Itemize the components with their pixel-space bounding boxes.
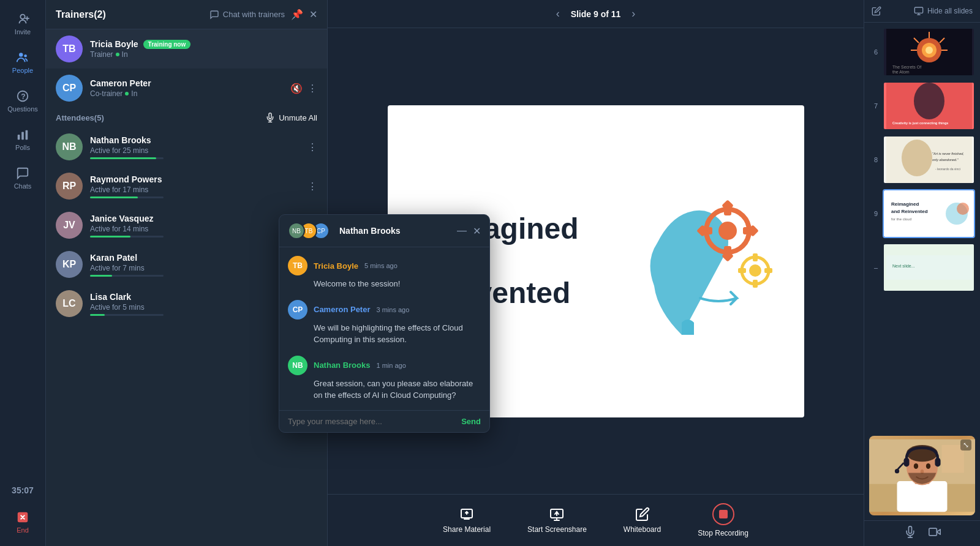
svg-text:only abandoned.": only abandoned.": [932, 158, 959, 162]
svg-text:for the cloud: for the cloud: [891, 217, 911, 221]
lisa-info: Lisa Clark Active for 5 mins: [90, 292, 300, 316]
start-screenshare-button[interactable]: Start Screenshare: [527, 507, 587, 534]
slide-num-10: –: [869, 264, 878, 271]
svg-rect-58: [897, 481, 948, 512]
svg-rect-24: [764, 268, 772, 273]
camera-toggle-button[interactable]: [929, 526, 941, 541]
janice-name: Janice Vasquez: [90, 214, 300, 223]
slide-thumb-6[interactable]: The Secrets Of the Atom: [883, 28, 975, 77]
stop-recording-icon: [712, 503, 734, 525]
msg-header-nathan: NB Nathan Brooks 1 min ago: [288, 356, 481, 375]
msg-header-tricia: TB Tricia Boyle 5 mins ago: [288, 256, 481, 275]
slide-thumb-row-8: 8 "Art is never finished, only abandoned…: [869, 135, 975, 184]
svg-point-31: [925, 47, 933, 54]
tricia-sub: Trainer In: [90, 50, 317, 59]
svg-text:Creativity is just connecting : Creativity is just connecting things: [892, 121, 948, 125]
svg-rect-23: [738, 268, 746, 273]
msg-text-cameron: We will be highlighting the effects of C…: [288, 322, 481, 346]
cameron-name: Cameron Peter: [90, 78, 283, 88]
nathan-name: Nathan Brooks: [90, 135, 300, 145]
slide-counter: Slide 9 of 11: [571, 9, 621, 19]
share-material-icon: [459, 507, 474, 522]
chat-avatar-1: NB: [288, 222, 305, 239]
svg-text:- leonardo da vinci: - leonardo da vinci: [935, 167, 960, 171]
hide-slides-button[interactable]: Hide all slides: [914, 6, 973, 16]
msg-time-tricia: 5 mins ago: [364, 262, 398, 269]
svg-text:"Art is never finished,: "Art is never finished,: [932, 152, 964, 155]
slide-thumb-7[interactable]: Creativity is just connecting things: [883, 81, 975, 130]
nav-questions[interactable]: ? Questions: [3, 83, 43, 119]
slide-thumbnails: 6 The Secrets Of: [864, 23, 980, 433]
whiteboard-icon: [635, 507, 650, 522]
svg-rect-68: [929, 528, 937, 536]
slide-thumb-9[interactable]: Reimagined and Reinvented for the cloud: [883, 189, 975, 238]
svg-text:Reimagined: Reimagined: [891, 201, 919, 207]
whiteboard-button[interactable]: Whiteboard: [624, 507, 661, 534]
unmute-all-button[interactable]: Unmute All: [265, 113, 317, 122]
more-options-icon[interactable]: ⋮: [307, 181, 317, 192]
trainer-tricia[interactable]: TB Tricia Boyle Training now Trainer In: [46, 29, 327, 69]
mic-toggle-button[interactable]: [904, 526, 916, 541]
nav-people[interactable]: People: [3, 45, 43, 80]
stop-recording-button[interactable]: Stop Recording: [698, 503, 748, 537]
more-options-icon[interactable]: ⋮: [307, 83, 317, 94]
lisa-activity-bar: [90, 314, 164, 316]
nav-polls[interactable]: Polls: [3, 122, 43, 157]
end-button[interactable]: End: [10, 504, 36, 540]
next-slide-button[interactable]: ›: [628, 6, 639, 21]
svg-point-52: [957, 203, 969, 215]
chat-close-button[interactable]: ✕: [473, 225, 481, 237]
attendee-raymond[interactable]: RP Raymond Powers Active for 17 mins ⋮: [46, 166, 327, 206]
msg-time-nathan: 1 min ago: [376, 362, 405, 369]
chat-message-cameron: CP Cameron Peter 3 mins ago We will be h…: [288, 300, 481, 346]
mic-icon: [265, 113, 275, 122]
pin-icon[interactable]: 📌: [291, 9, 303, 20]
svg-rect-66: [935, 458, 940, 467]
trainer-cameron[interactable]: CP Cameron Peter Co-trainer In 🔇 ⋮: [46, 69, 327, 108]
more-options-icon[interactable]: ⋮: [307, 141, 317, 153]
chat-message-input[interactable]: [288, 417, 455, 426]
close-panel-icon[interactable]: ✕: [309, 9, 317, 20]
tricia-info: Tricia Boyle Training now Trainer In: [90, 39, 317, 59]
chat-with-trainers-btn[interactable]: Chat with trainers: [209, 10, 285, 20]
chat-modal: NB TB CP Nathan Brooks — ✕ TB Tricia Boy…: [279, 214, 490, 433]
chat-message-tricia: TB Tricia Boyle 5 mins ago Welcome to th…: [288, 256, 481, 290]
slide-thumb-8[interactable]: "Art is never finished, only abandoned."…: [883, 135, 975, 184]
nathan-info: Nathan Brooks Active for 25 mins: [90, 135, 300, 159]
avatar-lisa: LC: [56, 290, 83, 317]
nathan-sub: Active for 25 mins: [90, 146, 300, 155]
svg-text:and Reinvented: and Reinvented: [891, 209, 928, 214]
slide-thumb-10[interactable]: Next slide...: [883, 243, 975, 292]
session-timer: 35:07: [12, 479, 34, 501]
video-expand-button[interactable]: ⤡: [960, 439, 971, 451]
slide6-visual: The Secrets Of the Atom: [886, 29, 972, 75]
chat-messages: TB Tricia Boyle 5 mins ago Welcome to th…: [279, 247, 489, 410]
attendees-header: Attendees(5) Unmute All: [46, 108, 327, 127]
mute-icon[interactable]: 🔇: [290, 83, 303, 94]
slide-6-preview: The Secrets Of the Atom: [884, 29, 974, 75]
msg-name-cameron: Cameron Peter: [314, 305, 370, 314]
nav-invite[interactable]: Invite: [3, 6, 43, 42]
janice-info: Janice Vasquez Active for 14 mins: [90, 214, 300, 237]
nav-chats[interactable]: Chats: [3, 160, 43, 196]
chat-message-nathan: NB Nathan Brooks 1 min ago Great session…: [288, 356, 481, 402]
svg-point-0: [20, 15, 24, 19]
svg-rect-27: [914, 7, 922, 13]
share-material-button[interactable]: Share Material: [443, 507, 491, 534]
slides-panel-header: Hide all slides: [864, 0, 980, 23]
chat-send-button[interactable]: Send: [461, 417, 481, 426]
tricia-name: Tricia Boyle Training now: [90, 39, 317, 49]
lisa-name: Lisa Clark: [90, 292, 300, 302]
svg-text:The Secrets Of: The Secrets Of: [892, 65, 921, 69]
avatar-karan: KP: [56, 251, 83, 278]
attendee-nathan[interactable]: NB Nathan Brooks Active for 25 mins ⋮: [46, 127, 327, 166]
svg-point-43: [902, 140, 932, 176]
polls-icon: [16, 128, 29, 141]
prev-slide-button[interactable]: ‹: [552, 6, 564, 21]
avatar-janice: JV: [56, 212, 83, 239]
chat-minimize-button[interactable]: —: [457, 225, 467, 236]
slide-7-preview: Creativity is just connecting things: [884, 83, 974, 129]
svg-point-62: [914, 463, 918, 469]
screenshare-icon: [549, 507, 564, 522]
slide-8-preview: "Art is never finished, only abandoned."…: [884, 136, 974, 183]
